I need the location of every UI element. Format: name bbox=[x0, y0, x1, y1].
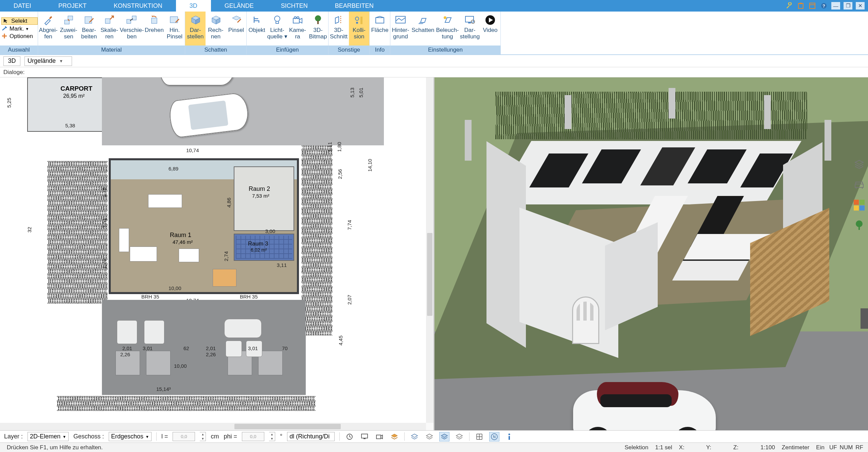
ribbon-group-info: Fläche Info bbox=[370, 12, 390, 54]
maximize-button[interactable]: ❐ bbox=[844, 2, 852, 10]
tab-projekt[interactable]: PROJEKT bbox=[45, 0, 100, 12]
group-label-auswahl: Auswahl bbox=[0, 46, 38, 54]
floor-select[interactable]: Erdgeschos▼ bbox=[109, 432, 152, 441]
mark-button[interactable]: Mark.▼ bbox=[1, 25, 38, 32]
tab-gelaende[interactable]: GELÄNDE bbox=[211, 0, 267, 12]
group-label-einfuegen: Einfügen bbox=[247, 46, 328, 54]
dim-7-74: 7,74 bbox=[347, 220, 352, 230]
options-button[interactable]: Optionen bbox=[1, 33, 38, 40]
btn-kamera[interactable]: Kame-ra bbox=[287, 12, 308, 46]
side-handle[interactable] bbox=[861, 308, 868, 329]
3d-view[interactable] bbox=[435, 77, 868, 430]
dim-10-00: 10,00 bbox=[169, 285, 181, 291]
svg-rect-29 bbox=[465, 16, 474, 22]
layerstack4-icon[interactable] bbox=[454, 432, 464, 441]
scrollbar-vertical-2d[interactable] bbox=[426, 77, 433, 423]
section-icon bbox=[332, 14, 346, 26]
btn-skalieren[interactable]: Skalie-ren bbox=[99, 12, 120, 46]
btn-3d-schnitt[interactable]: 3D-Schnitt bbox=[329, 12, 349, 46]
btn-lichtquelle[interactable]: Licht-quelle ▾ bbox=[267, 12, 287, 46]
btn-hintergrund[interactable]: Hinter-grund bbox=[390, 12, 411, 46]
dim-6-89: 6,89 bbox=[169, 166, 178, 171]
room1-name: Raum 1 bbox=[170, 232, 191, 239]
svg-text:?: ? bbox=[822, 3, 825, 8]
select-label: Selekt bbox=[11, 18, 27, 24]
status-sel: 1:1 sel bbox=[652, 444, 675, 451]
select-button[interactable]: Selekt bbox=[1, 17, 38, 25]
btn-beleuchtung[interactable]: Beleuch-tung bbox=[435, 12, 460, 46]
tab-bearbeiten[interactable]: BEARBEITEN bbox=[321, 0, 387, 12]
dim-10-00b: 10,00 bbox=[174, 363, 187, 369]
group-label-info: Info bbox=[370, 46, 390, 54]
layerstack3-icon[interactable] bbox=[439, 432, 449, 441]
btn-drehen[interactable]: Drehen bbox=[144, 12, 164, 46]
dim-3-01b: 3,01 bbox=[248, 345, 258, 351]
rotate-icon bbox=[147, 14, 161, 26]
layers2-icon[interactable] bbox=[389, 432, 400, 441]
3d-car bbox=[573, 380, 716, 430]
tree-palette-icon[interactable] bbox=[853, 219, 865, 232]
clock-icon[interactable] bbox=[344, 432, 355, 441]
l-spinner[interactable]: ▲▼ bbox=[200, 432, 206, 441]
scrollbar-horizontal-2d[interactable] bbox=[0, 423, 426, 430]
btn-verschieben[interactable]: Verschie-ben bbox=[120, 12, 144, 46]
window-icon[interactable] bbox=[808, 2, 816, 10]
color-grid-icon[interactable] bbox=[853, 199, 865, 211]
status-unit: Zentimeter bbox=[778, 444, 813, 451]
btn-pinsel[interactable]: Pinsel bbox=[226, 12, 246, 46]
info-icon[interactable] bbox=[504, 432, 514, 441]
btn-kollision[interactable]: Kolli-sion bbox=[349, 12, 369, 46]
help-icon[interactable]: ? bbox=[820, 2, 828, 10]
phi-input[interactable] bbox=[242, 432, 264, 441]
btn-rechnen[interactable]: Rech-nen bbox=[206, 12, 226, 46]
snap-select[interactable]: dl (Richtung/Di bbox=[287, 432, 335, 441]
layerstack1-icon[interactable] bbox=[409, 432, 420, 441]
l-label: l = bbox=[161, 433, 168, 440]
btn-3d-bitmap[interactable]: 3D-Bitmap bbox=[308, 12, 328, 46]
svg-point-28 bbox=[444, 16, 446, 19]
btn-darstellung[interactable]: Dar-stellung bbox=[460, 12, 480, 46]
svg-rect-25 bbox=[360, 17, 362, 24]
close-button[interactable]: ✕ bbox=[856, 2, 865, 10]
dim-5-13: 5,13 bbox=[349, 88, 355, 97]
terrain-combo[interactable]: Urgelände▼ bbox=[24, 56, 72, 66]
btn-zuweisen[interactable]: Zuwei-sen bbox=[58, 12, 79, 46]
furniture-icon[interactable] bbox=[853, 179, 865, 191]
btn-hin-pinsel[interactable]: Hin.Pinsel bbox=[164, 12, 185, 46]
btn-abgreifen[interactable]: Abgrei-fen bbox=[38, 12, 58, 46]
l-input[interactable] bbox=[173, 432, 195, 441]
btn-video[interactable]: Video bbox=[480, 12, 500, 46]
layer-select[interactable]: 2D-Elemen▼ bbox=[28, 432, 69, 441]
btn-darstellen[interactable]: Dar-stellen bbox=[185, 12, 206, 46]
btn-objekt[interactable]: Objekt bbox=[247, 12, 267, 46]
minimize-button[interactable]: — bbox=[831, 2, 840, 10]
tab-sichten[interactable]: SICHTEN bbox=[267, 0, 321, 12]
tools-icon[interactable] bbox=[785, 2, 793, 10]
layers-icon[interactable] bbox=[853, 158, 865, 170]
room2-area: 7,53 m² bbox=[252, 193, 269, 199]
phi-spinner[interactable]: ▲▼ bbox=[269, 432, 275, 441]
dim-2-26a: 2,26 bbox=[120, 351, 130, 357]
svg-rect-2 bbox=[810, 3, 815, 8]
layerstack2-icon[interactable] bbox=[424, 432, 435, 441]
collision-icon bbox=[352, 14, 366, 26]
hedge-bottom bbox=[57, 396, 315, 411]
btn-schatten-settings[interactable]: Schatten bbox=[411, 12, 435, 46]
tab-datei[interactable]: DATEI bbox=[0, 0, 45, 12]
ribbon-group-schatten: Dar-stellen Rech-nen Pinsel Schatten bbox=[185, 12, 247, 54]
camera2-icon[interactable] bbox=[374, 432, 385, 441]
btn-bearbeiten[interactable]: Bear-beiten bbox=[79, 12, 99, 46]
tab-konstruktion[interactable]: KONSTRUKTION bbox=[100, 0, 176, 12]
btn-flaeche[interactable]: Fläche bbox=[370, 12, 390, 46]
monitor-icon[interactable] bbox=[359, 432, 370, 441]
grid-icon[interactable] bbox=[474, 432, 484, 441]
carport-dim: 5,38 bbox=[65, 123, 75, 128]
2d-view[interactable]: 5,25 32 CARPORT 26,95 m² 5,38 10,74 5,13… bbox=[0, 77, 435, 430]
clipboard-icon[interactable] bbox=[797, 2, 805, 10]
house-plan: 6,89 Raum 2 7,53 m² Raum 3 6,02 m² 3,00 … bbox=[109, 158, 299, 294]
svg-rect-11 bbox=[105, 19, 110, 23]
mode-combo[interactable]: 3D bbox=[3, 56, 20, 66]
tab-3d[interactable]: 3D bbox=[176, 0, 211, 12]
north-icon[interactable]: N bbox=[489, 432, 499, 441]
background-icon bbox=[394, 14, 407, 26]
